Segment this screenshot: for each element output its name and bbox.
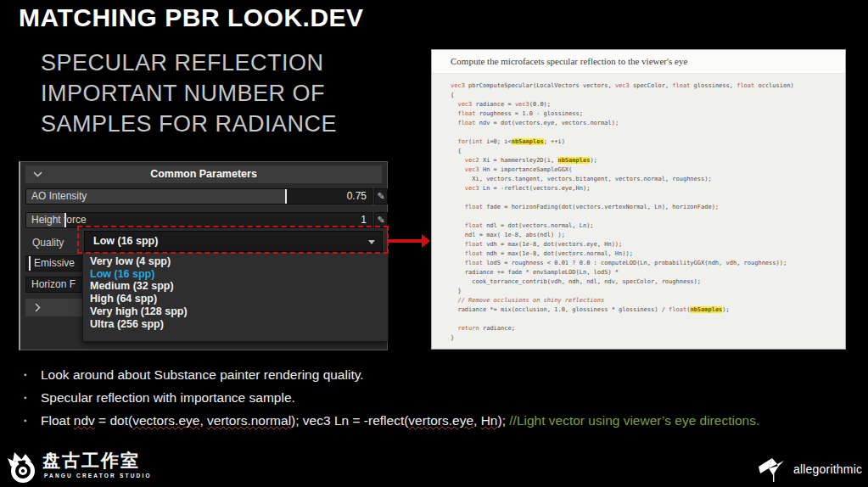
panel-header-title: Common Parameters [25,165,382,183]
code-line [451,315,842,324]
code-line: float fade = horizonFading(dot(vectors.v… [451,203,842,212]
slider-handle[interactable] [29,256,31,271]
code-line: radiance += fade * envSampleLOD(Ln, lodS… [451,268,842,277]
code-line: float ndl = dot(vectors.normal, Ln); [451,221,842,231]
dropdown-option[interactable]: Ultra (256 spp) [83,318,388,331]
allegorithmic-name: allegorithmic [793,462,862,476]
pangu-logo: 盘古工作室 PANGU CREATOR STUDIO [5,450,152,485]
subtitle-line: IMPORTANT NUMBER OF [41,78,337,109]
allegorithmic-bird-icon [758,456,790,483]
bullet-marker-icon: ▪ [24,367,41,383]
pangu-bird-icon [5,450,41,485]
slide-title: MATCHING PBR LOOK.DEV [19,3,364,32]
dropdown-option[interactable]: High (64 spp) [83,293,388,305]
code-line: { [451,147,842,156]
code-line: vec3 radiance = vec3(0.0); [451,100,842,109]
quality-label: Quality [32,237,64,249]
code-line: float roughness = 1.0 - glossiness; [451,109,842,119]
pangu-name-cn: 盘古工作室 [42,450,152,472]
dropdown-option[interactable]: Low (16 spp) [83,268,388,281]
dropdown-option[interactable]: Medium (32 spp) [83,280,388,293]
code-line [451,212,842,221]
bullet-text: Look around about Substance painter rend… [41,367,364,383]
code-panel-title: Compute the microfacets specular reflect… [432,50,845,74]
bullet-marker-icon: ▪ [24,389,41,406]
dropdown-option[interactable]: Very low (4 spp) [83,253,388,268]
caret-down-icon [368,240,375,244]
code-line: ndl = max( 1e-8, abs(ndl) ); [451,231,842,240]
height-force-slider[interactable]: Height force 1 [25,212,372,228]
slider-label: Emissive [34,256,75,271]
slide-subtitle: SPECULAR REFLECTION IMPORTANT NUMBER OF … [41,48,337,139]
code-line [451,128,842,137]
bullet-text: Specular reflection with importance samp… [41,389,295,406]
slider-label: AO Intensity [31,189,87,204]
slider-handle[interactable] [285,189,287,204]
edit-pencil-button[interactable]: ✎ [374,188,388,204]
code-line: radiance *= mix(occlusion, 1.0, glossine… [451,305,842,315]
code-line: } [451,333,842,343]
code-panel: Compute the microfacets specular reflect… [431,49,846,350]
code-line: vec3 pbrComputeSpecular(LocalVectors vec… [451,81,842,91]
arrow-head-icon [422,234,430,248]
quality-dropdown-list: Very low (4 spp)Low (16 spp)Medium (32 s… [82,252,389,342]
arrow-line [388,239,423,243]
code-line: } [451,287,842,296]
chevron-down-icon [33,171,42,177]
code-listing: vec3 pbrComputeSpecular(LocalVectors vec… [432,74,845,343]
bullet-item: ▪Look around about Substance painter ren… [24,367,864,383]
dropdown-option[interactable]: Very high (128 spp) [83,305,388,318]
allegorithmic-logo: allegorithmic [758,456,862,483]
code-line [451,193,842,203]
code-line: // Remove occlusions on shiny reflection… [451,296,842,305]
subtitle-line: SAMPLES FOR RADIANCE [41,109,337,139]
dropdown-selected-value: Low (16 spp) [93,232,158,251]
code-line: float lodS = roughness < 0.01 ? 0.0 : co… [451,259,842,268]
code-line: vec3 Ln = -reflect(vectors.eye,Hn); [451,184,842,193]
pangu-name-en: PANGU CREATOR STUDIO [44,473,152,479]
slider-label: Horizon F [31,277,76,292]
code-line: for(int i=0; i<nbSamples; ++i) [451,137,842,147]
pencil-icon: ✎ [377,191,384,201]
code-line: Xi, vectors.tangent, vectors.bitangent, … [451,175,842,184]
code-line: vec2 Xi = hammersley2D(i, nbSamples); [451,156,842,165]
bullet-item: ▪Specular reflection with importance sam… [24,389,864,406]
code-line: { [451,91,842,100]
bullet-list: ▪Look around about Substance painter ren… [24,367,864,435]
code-line: vec3 Hn = importanceSampleGGX( [451,165,842,175]
chevron-right-icon [35,303,41,312]
quality-dropdown-button[interactable]: Low (16 spp) [84,231,383,252]
code-line: return radiance; [451,324,842,333]
code-line: float ndh = max(1e-8, dot(vectors.normal… [451,249,842,259]
pencil-icon: ✎ [377,215,384,225]
subtitle-line: SPECULAR REFLECTION [41,48,337,78]
code-line: cook_torrance_contrib(vdh, ndh, ndl, ndv… [451,277,842,287]
bullet-marker-icon: ▪ [24,412,41,429]
ao-intensity-slider[interactable]: AO Intensity 0.75 [25,188,372,204]
slider-value: 0.75 [347,189,367,204]
bullet-item: ▪Float ndv = dot(vectors.eye, vertors.no… [24,412,864,429]
code-line: float vdh = max(1e-8, dot(vectors.eye, H… [451,240,842,249]
slider-label: Height force [31,213,87,227]
slider-value: 1 [361,213,367,227]
panel-header[interactable]: Common Parameters [25,165,382,183]
code-line: float ndv = dot(vectors.eye, vectors.nor… [451,119,842,128]
bullet-text: Float ndv = dot(vectors.eye, vertors.nor… [41,412,759,429]
edit-pencil-button[interactable]: ✎ [374,212,388,228]
